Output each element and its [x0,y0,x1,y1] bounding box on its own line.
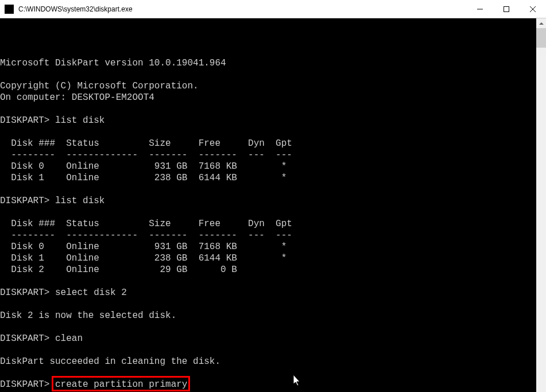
terminal-line [0,298,546,310]
scrollbar-up-button[interactable] [536,18,546,28]
terminal-line: Disk 2 is now the selected disk. [0,310,546,321]
terminal-line: DISKPART> create partition primary [0,379,546,390]
terminal-line: DISKPART> list disk [0,115,546,126]
terminal-line: Disk 1 Online 238 GB 6144 KB * [0,172,546,184]
terminal-line [0,321,546,333]
terminal-line: DISKPART> select disk 2 [0,287,546,298]
terminal-line: DISKPART> list disk [0,195,546,207]
terminal-line [0,367,546,379]
terminal-line [0,46,546,57]
terminal-output: Microsoft DiskPart version 10.0.19041.96… [0,41,546,390]
window-titlebar: C:\WINDOWS\system32\diskpart.exe [0,0,546,18]
maximize-button[interactable] [493,0,520,18]
terminal-line: DISKPART> clean [0,333,546,344]
terminal-line [0,275,546,287]
terminal-line: DiskPart succeeded in cleaning the disk. [0,356,546,367]
svg-marker-4 [539,22,544,25]
terminal-line: Disk 0 Online 931 GB 7168 KB * [0,241,546,253]
terminal-line [0,184,546,195]
terminal-line: Copyright (C) Microsoft Corporation. [0,80,546,92]
svg-rect-1 [504,6,509,11]
terminal-line: Disk ### Status Size Free Dyn Gpt [0,138,546,149]
minimize-button[interactable] [467,0,493,18]
terminal-line [0,344,546,356]
terminal-line [0,207,546,218]
terminal-line [0,69,546,80]
close-button[interactable] [520,0,546,18]
terminal-line: -------- ------------- ------- ------- -… [0,230,546,241]
window-title: C:\WINDOWS\system32\diskpart.exe [18,5,467,13]
terminal-line: Disk ### Status Size Free Dyn Gpt [0,218,546,230]
terminal-line: On computer: DESKTOP-EM2OOT4 [0,92,546,103]
terminal-line: Disk 1 Online 238 GB 6144 KB * [0,253,546,264]
scrollbar-thumb[interactable] [536,28,546,48]
vertical-scrollbar[interactable] [536,18,546,392]
terminal-line: Microsoft DiskPart version 10.0.19041.96… [0,57,546,69]
terminal-line [0,126,546,138]
terminal-line: Disk 0 Online 931 GB 7168 KB * [0,161,546,172]
app-icon [5,5,14,14]
terminal-line: Disk 2 Online 29 GB 0 B [0,264,546,275]
terminal-line [0,103,546,115]
window-controls [467,0,546,18]
terminal-line: -------- ------------- ------- ------- -… [0,149,546,161]
terminal-area[interactable]: Microsoft DiskPart version 10.0.19041.96… [0,18,546,392]
